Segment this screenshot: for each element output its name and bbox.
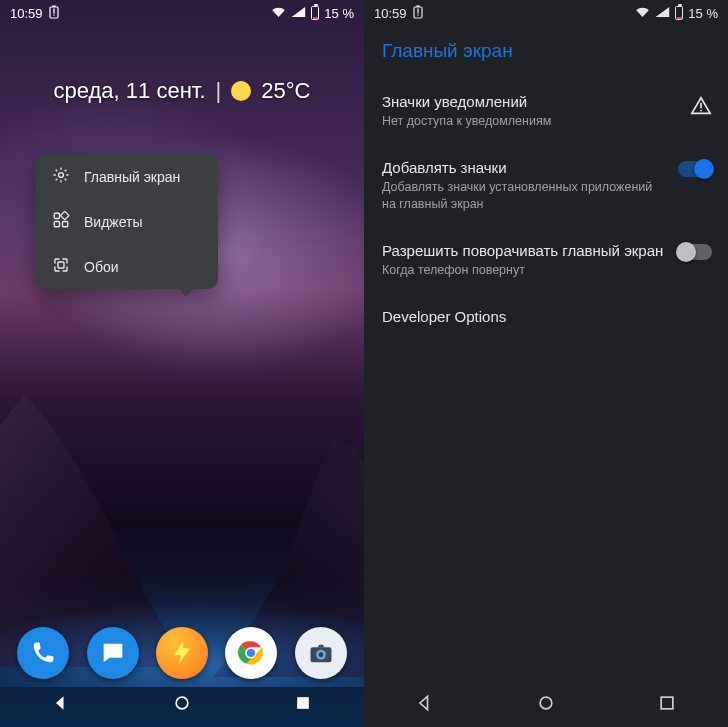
app-phone[interactable] (17, 627, 69, 679)
popup-widgets[interactable]: Виджеты (36, 199, 218, 244)
popup-widgets-label: Виджеты (84, 214, 143, 230)
signal-icon (291, 6, 306, 21)
nav-bar (0, 683, 364, 727)
svg-rect-1 (52, 5, 55, 7)
setting-allow-rotation[interactable]: Разрешить поворачивать главный экран Ког… (364, 227, 728, 293)
app-messages[interactable] (87, 627, 139, 679)
svg-point-14 (176, 697, 188, 709)
temperature-text: 25°C (261, 78, 310, 104)
signal-icon (655, 6, 670, 21)
setting-subtitle: Когда телефон повернут (382, 262, 666, 279)
setting-subtitle: Нет доступа к уведомлениям (382, 113, 678, 130)
setting-developer-options[interactable]: Developer Options (364, 293, 728, 340)
nav-recent-button[interactable] (657, 693, 677, 717)
svg-rect-7 (58, 262, 64, 268)
battery-percent: 15 % (688, 6, 718, 21)
battery-icon (675, 6, 683, 20)
setting-subtitle: Добавлять значки установленных приложени… (382, 179, 666, 213)
nav-bar (364, 683, 728, 727)
low-battery-warning-icon (413, 5, 423, 22)
popup-home-settings-label: Главный экран (84, 169, 180, 185)
nav-home-button[interactable] (536, 693, 556, 717)
home-screen-panel: 10:59 15 % среда, 11 сент. | 25°C Главны… (0, 0, 364, 727)
svg-rect-15 (297, 697, 309, 709)
svg-point-10 (247, 649, 255, 657)
toggle-add-icons[interactable] (678, 161, 712, 177)
widgets-icon (52, 211, 70, 232)
svg-rect-4 (54, 222, 59, 227)
svg-rect-19 (661, 697, 673, 709)
status-time: 10:59 (10, 6, 43, 21)
popup-wallpapers-label: Обои (84, 259, 119, 275)
battery-percent: 15 % (324, 6, 354, 21)
long-press-popup: Главный экран Виджеты Обои (36, 154, 218, 289)
app-tasker[interactable] (156, 627, 208, 679)
toggle-allow-rotation[interactable] (678, 244, 712, 260)
status-bar: 10:59 15 % (364, 0, 728, 26)
setting-title: Значки уведомлений (382, 92, 678, 111)
svg-point-18 (540, 697, 552, 709)
low-battery-warning-icon (49, 5, 59, 22)
setting-title: Добавлять значки (382, 158, 666, 177)
popup-home-settings[interactable]: Главный экран (36, 154, 218, 199)
popup-wallpapers[interactable]: Обои (36, 244, 218, 289)
setting-add-icons[interactable]: Добавлять значки Добавлять значки устано… (364, 144, 728, 227)
nav-back-button[interactable] (415, 693, 435, 717)
svg-rect-3 (54, 213, 59, 218)
home-settings-panel: 10:59 15 % Главный экран Значки уведомле… (364, 0, 728, 727)
weather-divider: | (216, 78, 222, 104)
date-text: среда, 11 сент. (54, 78, 206, 104)
date-weather-widget[interactable]: среда, 11 сент. | 25°C (0, 78, 364, 104)
app-dock (0, 627, 364, 679)
warning-icon (690, 95, 712, 117)
setting-notification-badges[interactable]: Значки уведомлений Нет доступа к уведомл… (364, 78, 728, 144)
setting-title: Developer Options (382, 307, 712, 326)
nav-recent-button[interactable] (293, 693, 313, 717)
app-camera[interactable] (295, 627, 347, 679)
svg-rect-6 (61, 211, 69, 219)
wallpaper-icon (52, 256, 70, 277)
wifi-icon (635, 6, 650, 21)
svg-rect-5 (63, 222, 68, 227)
app-chrome[interactable] (225, 627, 277, 679)
setting-title: Разрешить поворачивать главный экран (382, 241, 666, 260)
status-bar: 10:59 15 % (0, 0, 364, 26)
svg-point-2 (59, 173, 64, 178)
svg-point-13 (318, 652, 323, 657)
wifi-icon (271, 6, 286, 21)
weather-sun-icon (231, 81, 251, 101)
settings-list: Значки уведомлений Нет доступа к уведомл… (364, 74, 728, 340)
nav-home-button[interactable] (172, 693, 192, 717)
svg-rect-17 (416, 5, 419, 7)
battery-icon (311, 6, 319, 20)
nav-back-button[interactable] (51, 693, 71, 717)
status-time: 10:59 (374, 6, 407, 21)
gear-icon (52, 166, 70, 187)
